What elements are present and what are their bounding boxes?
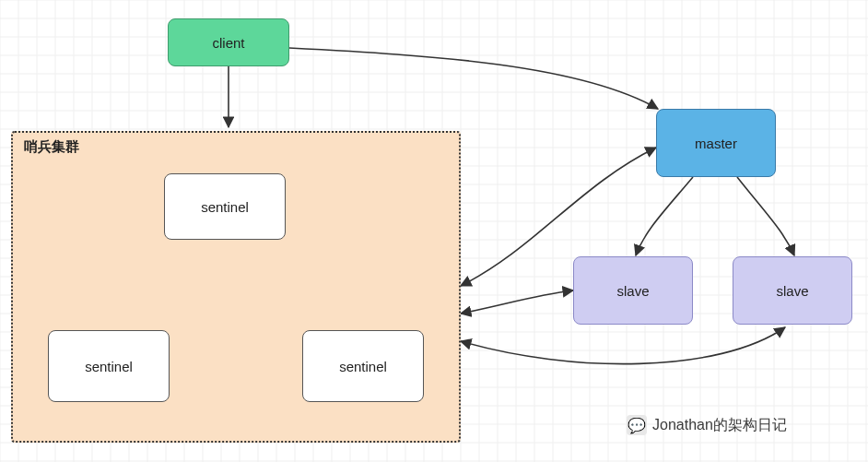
node-sentinel-top: sentinel — [164, 173, 286, 240]
diagram-canvas: 哨兵集群 client master slave slave sentinel … — [0, 0, 868, 462]
chat-icon: 💬 — [627, 415, 647, 435]
watermark: 💬 Jonathan的架构日记 — [627, 415, 787, 435]
node-label: client — [212, 35, 244, 51]
node-slave-2: slave — [733, 256, 852, 325]
edge-cluster-slave2 — [461, 327, 785, 364]
edge-client-master — [289, 48, 658, 109]
node-slave-1: slave — [573, 256, 693, 325]
watermark-text: Jonathan的架构日记 — [652, 416, 787, 435]
node-label: slave — [616, 283, 649, 299]
node-label: slave — [776, 283, 808, 299]
edge-master-slave2 — [737, 177, 794, 255]
edge-cluster-slave1 — [461, 290, 573, 314]
edge-master-slave1 — [636, 177, 693, 255]
node-sentinel-right: sentinel — [302, 330, 424, 402]
node-master: master — [656, 109, 776, 177]
node-client: client — [168, 18, 289, 66]
cluster-label: 哨兵集群 — [24, 138, 79, 156]
node-label: master — [695, 136, 737, 151]
node-label: sentinel — [85, 359, 133, 374]
node-label: sentinel — [201, 199, 249, 215]
node-label: sentinel — [339, 359, 387, 374]
node-sentinel-left: sentinel — [48, 330, 170, 402]
